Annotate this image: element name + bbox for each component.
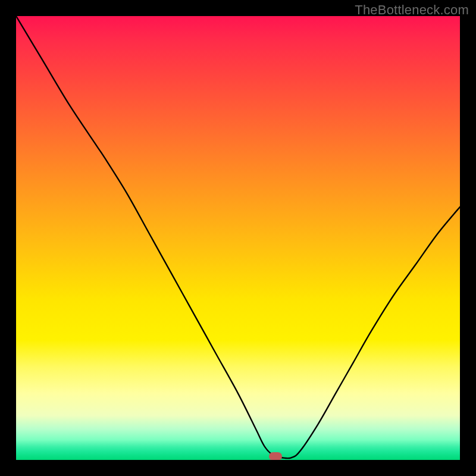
watermark-text: TheBottleneck.com: [355, 2, 469, 18]
bottleneck-curve: [16, 16, 460, 460]
chart-frame: TheBottleneck.com: [0, 0, 476, 476]
plot-area: [16, 16, 460, 460]
optimal-point-marker: [269, 452, 282, 460]
